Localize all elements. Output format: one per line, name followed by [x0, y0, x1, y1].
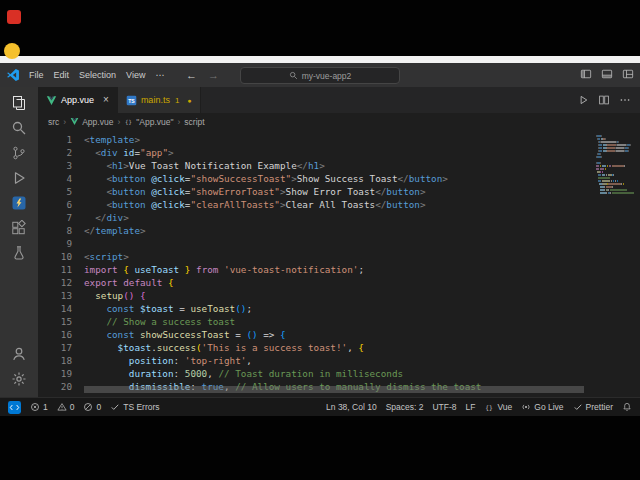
status-ts-errors[interactable]: TS Errors	[110, 402, 159, 412]
line-number: 7	[38, 211, 84, 224]
code-token: {	[280, 329, 286, 340]
code-token: button	[386, 186, 420, 197]
code-line-13: 13 setup() {	[38, 289, 596, 302]
split-editor-icon[interactable]	[598, 94, 610, 106]
line-number: 13	[38, 289, 84, 302]
minimap-line	[596, 147, 640, 149]
status-label: Spaces: 2	[386, 402, 424, 412]
activity-source-control[interactable]	[0, 140, 38, 165]
status-notifications[interactable]	[622, 402, 632, 412]
minimap-token	[607, 144, 616, 146]
minimap-token	[607, 147, 615, 149]
code-token: Vue Toast Notification Example	[129, 160, 297, 171]
line-content: </template>	[84, 224, 596, 237]
menu-file[interactable]: File	[24, 63, 49, 87]
forward-icon[interactable]: →	[208, 69, 219, 81]
tab-problem-badge: 1	[175, 96, 179, 105]
back-icon[interactable]: ←	[186, 69, 197, 81]
status-indentation[interactable]: Spaces: 2	[386, 402, 424, 412]
status-encoding[interactable]: UTF-8	[432, 402, 456, 412]
toggle-panel-button[interactable]	[601, 68, 613, 82]
menu-edit[interactable]: Edit	[49, 63, 75, 87]
more-actions-icon[interactable]	[619, 94, 631, 106]
code-area[interactable]: 1<template>2 <div id="app">3 <h1>Vue Toa…	[38, 130, 596, 397]
editor[interactable]: 1<template>2 <div id="app">3 <h1>Vue Toa…	[38, 130, 640, 397]
status-ports[interactable]: 0	[83, 402, 101, 412]
status-label: Go Live	[534, 402, 563, 412]
toggle-sidebar-button[interactable]	[580, 68, 592, 82]
code-token: @click	[151, 199, 185, 210]
run-file-icon[interactable]	[577, 94, 589, 106]
status-left: 100TS Errors	[8, 401, 160, 414]
code-token: button	[112, 186, 146, 197]
menu-more[interactable]: ⋯	[150, 63, 169, 87]
status-problems-warnings[interactable]: 0	[57, 402, 75, 412]
status-remote-indicator[interactable]	[8, 401, 21, 414]
activity-search[interactable]	[0, 115, 38, 140]
code-token: // Show a success toast	[106, 316, 235, 327]
command-center-search[interactable]: my-vue-app2	[240, 67, 400, 84]
minimap-line	[596, 141, 640, 143]
customize-layout-button[interactable]	[622, 68, 634, 82]
status-language-mode[interactable]: {}Vue	[484, 402, 512, 412]
code-token	[84, 342, 118, 353]
tab-app-vue[interactable]: App.vue ×	[38, 87, 118, 113]
status-label: 0	[96, 402, 101, 412]
line-content: <h1>Vue Toast Notification Example</h1>	[84, 159, 596, 172]
breadcrumb-appvue[interactable]: {}"App.vue"	[124, 117, 173, 127]
line-content: export default {	[84, 276, 596, 289]
code-token: useToast	[134, 264, 179, 275]
code-token	[84, 355, 129, 366]
activity-run-debug[interactable]	[0, 165, 38, 190]
activity-vue-extension[interactable]	[0, 190, 38, 215]
status-problems-errors[interactable]: 1	[30, 402, 48, 412]
code-token: {	[358, 342, 364, 353]
menu-view[interactable]: View	[121, 63, 150, 87]
code-token: ;	[246, 303, 252, 314]
minimap-token	[616, 147, 624, 149]
code-token	[84, 290, 95, 301]
status-bar: 100TS Errors Ln 38, Col 10Spaces: 2UTF-8…	[0, 397, 640, 416]
code-token: duration	[129, 368, 174, 379]
activity-explorer[interactable]	[0, 90, 38, 115]
line-content: const $toast = useToast();	[84, 302, 596, 315]
code-token	[84, 199, 106, 210]
breadcrumb-appvue[interactable]: App.vue	[70, 117, 113, 127]
status-label: Vue	[497, 402, 512, 412]
activity-account[interactable]	[0, 341, 38, 366]
activity-testing[interactable]	[0, 240, 38, 265]
code-line-4: 4 <button @click="showSuccessToast">Show…	[38, 172, 596, 185]
minimap-line	[596, 159, 640, 161]
minimap-token	[600, 162, 601, 164]
code-token: >	[123, 251, 129, 262]
status-prettier[interactable]: Prettier	[573, 402, 613, 412]
breadcrumb-separator: ›	[177, 117, 180, 127]
breadcrumb-separator: ›	[63, 117, 66, 127]
close-icon[interactable]: ×	[103, 95, 109, 105]
breadcrumb-script[interactable]: script	[184, 117, 204, 127]
status-cursor-position[interactable]: Ln 38, Col 10	[326, 402, 377, 412]
code-token	[84, 329, 106, 340]
svg-text:{}: {}	[125, 119, 132, 125]
code-token: script	[90, 251, 124, 262]
status-eol[interactable]: LF	[466, 402, 476, 412]
channel-logo	[4, 43, 20, 59]
remote-icon	[8, 401, 21, 414]
activity-settings[interactable]	[0, 366, 38, 391]
status-label: LF	[466, 402, 476, 412]
line-number: 19	[38, 367, 84, 380]
minimap[interactable]	[596, 130, 640, 397]
menu-selection[interactable]: Selection	[74, 63, 121, 87]
line-content: <div id="app">	[84, 146, 596, 159]
minimap-line	[596, 168, 640, 170]
tab-main-ts[interactable]: TS main.ts 1 ●	[118, 87, 201, 113]
minimap-token	[628, 147, 629, 149]
activity-extensions[interactable]	[0, 215, 38, 240]
horizontal-scrollbar[interactable]	[84, 386, 584, 393]
status-go-live[interactable]: Go Live	[521, 402, 563, 412]
search-text: my-vue-app2	[302, 71, 352, 81]
breadcrumb-src[interactable]: src	[48, 117, 59, 127]
code-token: ,	[246, 355, 252, 366]
modified-dot-icon[interactable]: ●	[187, 97, 191, 104]
code-line-14: 14 const $toast = useToast();	[38, 302, 596, 315]
